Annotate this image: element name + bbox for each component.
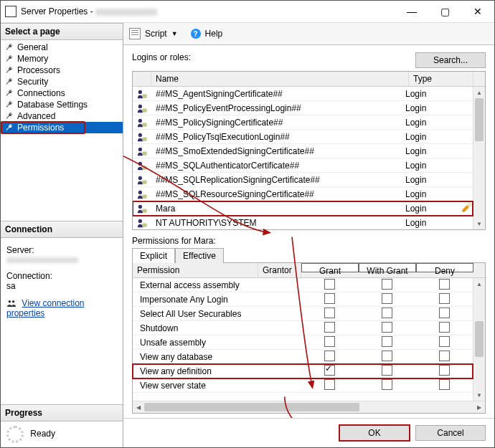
col-deny[interactable]: Deny — [416, 263, 473, 272]
permissions-scrollbar-vertical[interactable]: ▲▼ — [473, 278, 485, 401]
checkbox[interactable] — [382, 336, 392, 347]
ok-button[interactable]: OK — [339, 425, 410, 441]
login-name: ##MS_AgentSigningCertificate## — [151, 89, 402, 99]
page-item-database-settings[interactable]: Database Settings — [1, 99, 123, 110]
toolbar: Script ▼ ? Help — [123, 23, 494, 45]
permission-name: View server state — [133, 381, 258, 391]
col-name[interactable]: Name — [151, 72, 409, 86]
checkbox[interactable] — [439, 336, 450, 347]
login-row[interactable]: ##MS_SmoExtendedSigningCertificate##Logi… — [133, 144, 473, 158]
checkbox[interactable] — [439, 365, 450, 376]
checkbox[interactable] — [324, 336, 335, 347]
checkbox[interactable] — [382, 293, 392, 304]
col-grant[interactable]: Grant — [301, 263, 359, 272]
cancel-button[interactable]: Cancel — [415, 425, 486, 441]
login-icon — [133, 161, 151, 171]
checkbox[interactable] — [382, 365, 392, 376]
permission-row[interactable]: Impersonate Any Login — [133, 292, 473, 307]
page-item-memory[interactable]: Memory — [1, 53, 123, 65]
checkbox[interactable] — [439, 351, 450, 361]
checkbox[interactable] — [439, 322, 450, 333]
checkbox[interactable] — [382, 379, 392, 390]
checkbox[interactable] — [324, 351, 335, 361]
checkbox[interactable] — [324, 379, 335, 390]
checkbox[interactable] — [439, 279, 450, 290]
login-row[interactable]: ##MS_PolicyTsqlExecutionLogin##Login — [133, 130, 473, 144]
permissions-scrollbar-horizontal[interactable]: ◀▶ — [133, 401, 485, 413]
checkbox[interactable] — [324, 293, 335, 304]
permission-row[interactable]: Unsafe assembly — [133, 335, 473, 350]
checkbox[interactable] — [382, 351, 392, 361]
checkbox[interactable] — [382, 322, 392, 333]
svg-point-4 — [138, 104, 142, 108]
redacted-server-value — [6, 257, 78, 263]
svg-rect-7 — [143, 123, 146, 125]
page-item-permissions[interactable]: Permissions — [1, 122, 123, 133]
login-name: ##MS_PolicyTsqlExecutionLogin## — [151, 132, 402, 142]
page-item-security[interactable]: Security — [1, 76, 123, 87]
svg-rect-19 — [143, 209, 146, 211]
col-permission[interactable]: Permission — [133, 263, 258, 277]
wrench-icon — [5, 43, 14, 52]
minimize-button[interactable]: — — [395, 1, 428, 22]
permission-row[interactable]: External access assembly — [133, 278, 473, 292]
checkbox[interactable] — [382, 308, 392, 318]
login-name: ##MS_SQLAuthenticatorCertificate## — [151, 161, 402, 171]
col-grantor[interactable]: Grantor — [258, 263, 301, 277]
col-type[interactable]: Type — [409, 72, 473, 86]
checkbox[interactable] — [382, 279, 392, 290]
script-dropdown-icon[interactable]: ▼ — [171, 30, 178, 37]
permission-row[interactable]: View server state — [133, 378, 473, 393]
close-button[interactable]: ✕ — [461, 1, 494, 22]
page-item-processors[interactable]: Processors — [1, 65, 123, 76]
login-row[interactable]: ##MS_AgentSigningCertificate##Login — [133, 87, 473, 101]
server-label: Server: — [6, 245, 117, 255]
login-name: ##MS_SmoExtendedSigningCertificate## — [151, 146, 402, 156]
login-row[interactable]: MaraLogin — [133, 201, 473, 216]
permission-row[interactable]: View any definition — [133, 364, 473, 378]
permissions-for-label: Permissions for Mara: — [132, 236, 486, 246]
edit-icon — [461, 203, 471, 213]
login-row[interactable]: ##MS_SQLResourceSigningCertificate##Logi… — [133, 187, 473, 201]
logins-scrollbar-vertical[interactable]: ▲▼ — [473, 87, 485, 229]
permissions-grid: Permission Grantor Grant With Grant Deny… — [132, 263, 486, 414]
checkbox[interactable] — [324, 365, 335, 376]
login-row[interactable]: ##MS_SQLReplicationSigningCertificate##L… — [133, 173, 473, 187]
col-withgrant[interactable]: With Grant — [359, 263, 416, 272]
svg-rect-3 — [143, 94, 146, 97]
checkbox[interactable] — [324, 322, 335, 333]
tab-explicit[interactable]: Explicit — [132, 248, 175, 263]
checkbox[interactable] — [439, 308, 450, 318]
maximize-button[interactable]: ▢ — [428, 1, 461, 22]
titlebar: Server Properties - — ▢ ✕ — [1, 1, 494, 23]
page-item-general[interactable]: General — [1, 42, 123, 53]
login-row[interactable]: ##MS_PolicyEventProcessingLogin##Login — [133, 101, 473, 115]
login-row[interactable]: NT AUTHORITY\SYSTEMLogin — [133, 216, 473, 229]
login-icon — [133, 89, 151, 99]
script-button[interactable]: Script — [145, 29, 167, 39]
progress-spinner-icon — [6, 426, 24, 443]
checkbox[interactable] — [439, 293, 450, 304]
page-item-label: Database Settings — [17, 100, 88, 110]
checkbox[interactable] — [324, 279, 335, 290]
login-icon — [133, 146, 151, 156]
login-type: Login — [402, 89, 473, 99]
permission-row[interactable]: Shutdown — [133, 321, 473, 335]
search-button[interactable]: Search... — [415, 52, 486, 68]
login-name: ##MS_PolicySigningCertificate## — [151, 118, 402, 128]
permission-row[interactable]: Select All User Securables — [133, 307, 473, 321]
page-item-advanced[interactable]: Advanced — [1, 110, 123, 122]
page-item-label: Security — [17, 77, 48, 87]
tab-effective[interactable]: Effective — [175, 248, 224, 263]
page-item-connections[interactable]: Connections — [1, 87, 123, 99]
login-row[interactable]: ##MS_SQLAuthenticatorCertificate##Login — [133, 158, 473, 173]
connection-value: sa — [6, 281, 117, 291]
checkbox[interactable] — [439, 379, 450, 390]
help-button[interactable]: Help — [205, 29, 223, 39]
login-row[interactable]: ##MS_PolicySigningCertificate##Login — [133, 115, 473, 130]
permission-row[interactable]: View any database — [133, 350, 473, 364]
view-connection-properties-link[interactable]: View connection properties — [6, 298, 85, 318]
checkbox[interactable] — [324, 308, 335, 318]
page-item-label: Processors — [17, 65, 60, 75]
svg-point-8 — [138, 133, 142, 136]
